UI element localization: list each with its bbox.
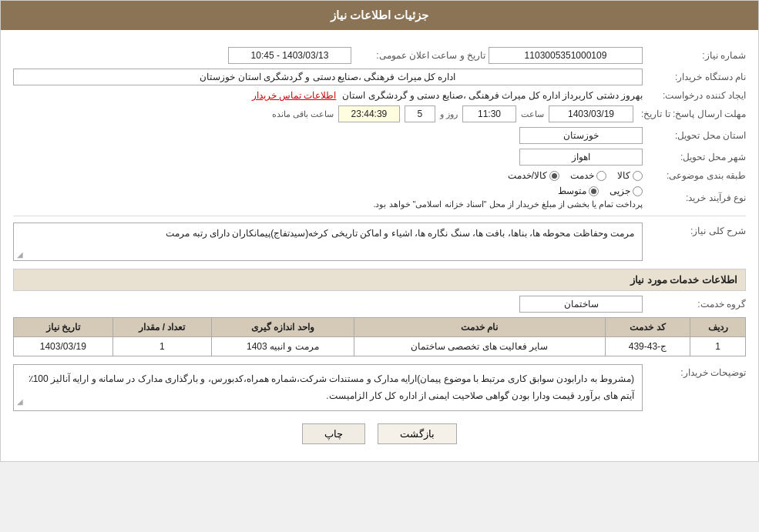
need-number-label: شماره نیاز:	[646, 50, 746, 61]
radio-circle-3	[549, 171, 559, 181]
process-option-label-1: جزیی	[610, 186, 630, 196]
table-cell-date: 1403/03/19	[14, 337, 113, 356]
table-row: 1ج-43-439سایر فعالیت های تخصصی ساختمانمر…	[14, 337, 746, 356]
deadline-date: 1403/03/19	[549, 105, 633, 122]
category-option-label-1: کالا	[617, 170, 630, 181]
category-option-label-2: خدمت	[570, 170, 594, 181]
table-cell-unit: مرمت و انبیه 1403	[212, 337, 354, 356]
category-label: طبقه بندی موضوعی:	[646, 170, 746, 181]
page-header: جزئیات اطلاعات نیاز	[1, 1, 758, 30]
date-value: 1403/03/13 - 10:45	[228, 47, 351, 64]
deadline-remaining-label: ساعت باقی مانده	[272, 109, 334, 119]
contact-link[interactable]: اطلاعات تماس خریدار	[252, 90, 337, 101]
col-unit: واحد اندازه گیری	[212, 318, 354, 337]
need-description-value: مرمت وحفاظت محوطه ها، بناها، بافت ها، سن…	[13, 223, 643, 261]
process-option-1[interactable]: جزیی	[610, 186, 643, 196]
buyer-name-label: نام دستگاه خریدار:	[646, 72, 746, 82]
creator-label: ایجاد کننده درخواست:	[646, 90, 746, 101]
process-option-label-2: متوسط	[558, 186, 586, 196]
city-value: اهواز	[519, 149, 643, 166]
date-label: تاریخ و ساعت اعلان عمومی:	[354, 50, 485, 61]
service-group-label: گروه خدمت:	[646, 299, 746, 309]
col-code: کد خدمت	[605, 318, 690, 337]
radio-circle-1	[633, 171, 643, 181]
process-radio-circle-1	[633, 186, 643, 196]
col-name: نام خدمت	[354, 318, 605, 337]
process-label: نوع فرآیند خرید:	[646, 192, 746, 203]
buyer-notes-label: توضیحات خریدار:	[646, 364, 746, 378]
service-group-value: ساختمان	[519, 296, 643, 313]
category-radio-group: کالا خدمت کالا/خدمت	[508, 170, 643, 181]
category-option-3[interactable]: کالا/خدمت	[508, 170, 559, 181]
province-value: خوزستان	[519, 127, 643, 144]
deadline-label: مهلت ارسال پاسخ: تا تاریخ:	[636, 109, 746, 119]
process-option-2[interactable]: متوسط	[558, 186, 599, 196]
buttons-row: بازگشت چاپ	[13, 423, 746, 444]
province-label: استان محل تحویل:	[646, 130, 746, 141]
buyer-name-value: اداره کل میراث فرهنگی ،صنایع دستی و گردش…	[13, 69, 643, 85]
table-cell-name: سایر فعالیت های تخصصی ساختمان	[354, 337, 605, 356]
col-qty: تعداد / مقدار	[113, 318, 211, 337]
category-option-1[interactable]: کالا	[617, 170, 643, 181]
deadline-time-label: ساعت	[521, 109, 544, 119]
buyer-notes-value: (مشروط به دارابودن سوابق کاری مرتبط با م…	[13, 364, 643, 411]
deadline-day-label: روز و	[440, 109, 458, 119]
deadline-time: 11:30	[462, 105, 516, 122]
table-cell-code: ج-43-439	[605, 337, 690, 356]
print-button[interactable]: چاپ	[302, 423, 365, 444]
radio-circle-2	[596, 171, 606, 181]
back-button[interactable]: بازگشت	[378, 423, 457, 444]
deadline-day: 5	[405, 105, 435, 122]
creator-value: بهروز دشتی کاربرداز اداره کل میراث فرهنگ…	[342, 90, 643, 101]
page-title: جزئیات اطلاعات نیاز	[331, 8, 428, 22]
deadline-remaining: 23:44:39	[338, 105, 400, 122]
col-row: ردیف	[690, 318, 746, 337]
category-option-label-3: کالا/خدمت	[508, 170, 547, 181]
need-description-label: شرح کلی نیاز:	[646, 223, 746, 236]
services-table: ردیف کد خدمت نام خدمت واحد اندازه گیری ت…	[13, 317, 746, 356]
process-radio-group: جزیی متوسط	[13, 186, 643, 196]
need-number-value: 1103005351000109	[489, 47, 643, 64]
city-label: شهر محل تحویل:	[646, 152, 746, 162]
process-note: پرداخت تمام یا بخشی از مبلغ خریدار از مح…	[13, 199, 643, 209]
category-option-2[interactable]: خدمت	[570, 170, 606, 181]
col-date: تاریخ نیاز	[14, 318, 113, 337]
process-radio-circle-2	[589, 186, 599, 196]
services-section-title: اطلاعات خدمات مورد نیاز	[13, 269, 746, 291]
table-cell-qty: 1	[113, 337, 211, 356]
table-cell-row: 1	[690, 337, 746, 356]
